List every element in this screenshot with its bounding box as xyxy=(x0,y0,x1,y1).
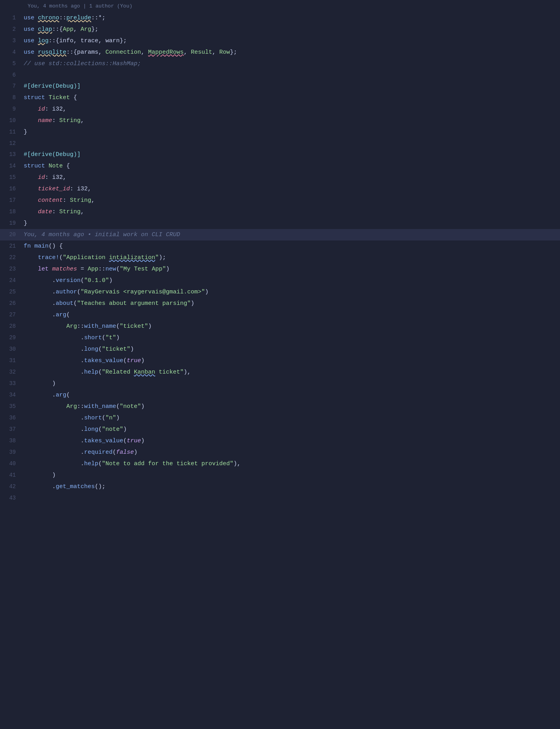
code-line-41: 41 ) xyxy=(0,470,560,481)
line-number-24: 24 xyxy=(0,275,24,286)
line-number-21: 21 xyxy=(0,241,24,251)
line-number-25: 25 xyxy=(0,287,24,297)
code-line-24: 24 .version("0.1.0") xyxy=(0,275,560,286)
line-content-5: // use std::collections::HashMap; xyxy=(24,59,560,69)
code-line-15: 15 id: i32, xyxy=(0,172,560,183)
line-content-19: } xyxy=(24,218,560,229)
line-content-36: .short("n") xyxy=(24,413,560,423)
line-number-30: 30 xyxy=(0,344,24,354)
code-line-12: 12 xyxy=(0,138,560,149)
line-number-39: 39 xyxy=(0,447,24,457)
git-blame-inline: You, 4 months ago • initial work on CLI … xyxy=(24,231,180,238)
line-content-39: .required(false) xyxy=(24,447,560,458)
code-line-26: 26 .about("Teaches about argument parsin… xyxy=(0,298,560,309)
line-content-40: .help("Note to add for the ticket provid… xyxy=(24,459,560,469)
line-content-26: .about("Teaches about argument parsing") xyxy=(24,299,560,309)
line-number-7: 7 xyxy=(0,81,24,91)
code-line-3: 3 use log::{info, trace, warn}; xyxy=(0,35,560,47)
line-number-42: 42 xyxy=(0,481,24,492)
line-number-33: 33 xyxy=(0,378,24,389)
code-line-19: 19 } xyxy=(0,218,560,229)
line-number-14: 14 xyxy=(0,161,24,171)
line-number-23: 23 xyxy=(0,264,24,274)
line-number-35: 35 xyxy=(0,401,24,411)
git-blame-header: You, 4 months ago | 1 author (You) xyxy=(0,0,560,12)
line-number-26: 26 xyxy=(0,298,24,308)
line-number-9: 9 xyxy=(0,104,24,114)
code-editor: You, 4 months ago | 1 author (You) 1 use… xyxy=(0,0,560,504)
code-line-40: 40 .help("Note to add for the ticket pro… xyxy=(0,458,560,470)
code-line-28: 28 Arg::with_name("ticket") xyxy=(0,321,560,332)
line-number-43: 43 xyxy=(0,493,24,503)
line-content-13: #[derive(Debug)] xyxy=(24,150,560,160)
line-number-2: 2 xyxy=(0,24,24,34)
code-line-34: 34 .arg( xyxy=(0,389,560,401)
code-line-5: 5 // use std::collections::HashMap; xyxy=(0,58,560,70)
line-content-16: ticket_id: i32, xyxy=(24,184,560,194)
line-number-16: 16 xyxy=(0,184,24,194)
code-line-30: 30 .long("ticket") xyxy=(0,344,560,355)
code-line-9: 9 id: i32, xyxy=(0,103,560,115)
line-content-18: date: String, xyxy=(24,207,560,217)
line-content-38: .takes_value(true) xyxy=(24,436,560,446)
line-number-1: 1 xyxy=(0,13,24,23)
line-number-6: 6 xyxy=(0,70,24,80)
code-line-39: 39 .required(false) xyxy=(0,447,560,458)
code-line-17: 17 content: String, xyxy=(0,195,560,206)
line-content-11: } xyxy=(24,127,560,137)
line-number-20: 20 xyxy=(0,229,24,240)
line-content-7: #[derive(Debug)] xyxy=(24,81,560,92)
code-line-32: 32 .help("Related Kanban ticket"), xyxy=(0,366,560,378)
line-number-36: 36 xyxy=(0,413,24,423)
line-number-19: 19 xyxy=(0,218,24,228)
code-line-7: 7 #[derive(Debug)] xyxy=(0,81,560,92)
code-line-29: 29 .short("t") xyxy=(0,332,560,344)
line-content-34: .arg( xyxy=(24,390,560,400)
line-content-25: .author("RayGervais <raygervais@gmail.co… xyxy=(24,287,560,297)
code-line-36: 36 .short("n") xyxy=(0,412,560,424)
line-number-17: 17 xyxy=(0,195,24,205)
code-line-33: 33 ) xyxy=(0,378,560,389)
line-number-41: 41 xyxy=(0,470,24,480)
line-content-27: .arg( xyxy=(24,310,560,320)
code-line-20: 20 You, 4 months ago • initial work on C… xyxy=(0,229,560,240)
line-content-31: .takes_value(true) xyxy=(24,356,560,366)
code-line-21: 21 fn main() { xyxy=(0,240,560,252)
line-number-12: 12 xyxy=(0,138,24,148)
line-content-10: name: String, xyxy=(24,116,560,126)
line-content-24: .version("0.1.0") xyxy=(24,276,560,286)
line-content-23: let matches = App::new("My Test App") xyxy=(24,264,560,274)
line-content-3: use log::{info, trace, warn}; xyxy=(24,36,560,46)
line-content-1: use chrono::prelude::*; xyxy=(24,13,560,23)
line-number-18: 18 xyxy=(0,207,24,217)
line-number-5: 5 xyxy=(0,58,24,69)
code-line-18: 18 date: String, xyxy=(0,206,560,218)
line-number-13: 13 xyxy=(0,149,24,160)
line-number-29: 29 xyxy=(0,333,24,343)
code-line-14: 14 struct Note { xyxy=(0,160,560,172)
code-line-11: 11 } xyxy=(0,126,560,138)
code-line-35: 35 Arg::with_name("note") xyxy=(0,401,560,412)
code-line-4: 4 use rusqlite::{params, Connection, Map… xyxy=(0,47,560,58)
code-line-37: 37 .long("note") xyxy=(0,424,560,435)
line-number-37: 37 xyxy=(0,424,24,434)
code-line-2: 2 use clap::{App, Arg}; xyxy=(0,24,560,35)
code-line-1: 1 use chrono::prelude::*; xyxy=(0,12,560,24)
line-content-21: fn main() { xyxy=(24,241,560,252)
code-line-22: 22 trace!("Application intialization"); xyxy=(0,252,560,263)
line-content-14: struct Note { xyxy=(24,161,560,171)
line-number-22: 22 xyxy=(0,252,24,263)
line-number-8: 8 xyxy=(0,92,24,103)
code-line-6: 6 xyxy=(0,70,560,81)
code-line-42: 42 .get_matches(); xyxy=(0,481,560,492)
line-content-32: .help("Related Kanban ticket"), xyxy=(24,367,560,378)
line-number-4: 4 xyxy=(0,47,24,57)
line-content-9: id: i32, xyxy=(24,104,560,115)
line-number-40: 40 xyxy=(0,458,24,469)
code-line-13: 13 #[derive(Debug)] xyxy=(0,149,560,160)
line-content-33: ) xyxy=(24,379,560,389)
code-line-23: 23 let matches = App::new("My Test App") xyxy=(0,263,560,275)
line-content-17: content: String, xyxy=(24,195,560,206)
line-content-22: trace!("Application intialization"); xyxy=(24,253,560,263)
code-line-27: 27 .arg( xyxy=(0,309,560,321)
